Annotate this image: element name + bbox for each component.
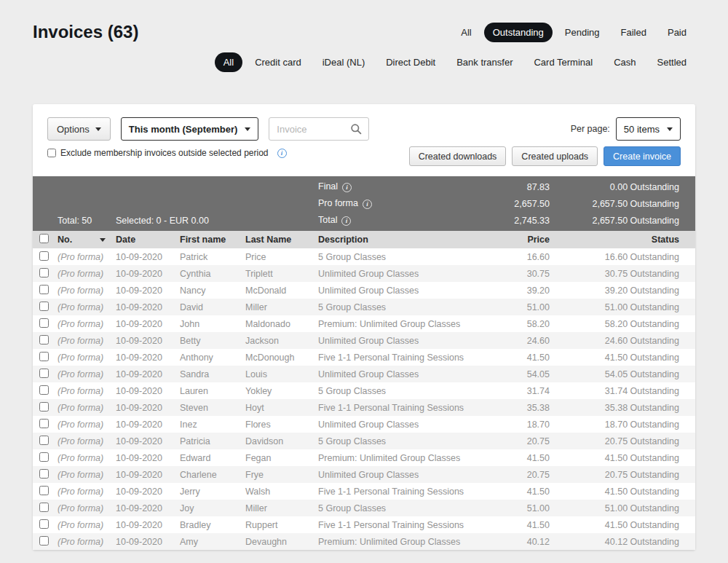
column-header-status[interactable]: Status — [550, 235, 695, 245]
row-checkbox[interactable] — [39, 318, 49, 328]
invoice-status: 41.50 Outstanding — [550, 453, 695, 463]
filter-paid[interactable]: Paid — [659, 23, 695, 42]
row-checkbox[interactable] — [39, 503, 49, 512]
invoice-description: 5 Group Classes — [318, 302, 470, 312]
invoice-price: 20.75 — [470, 470, 550, 480]
filter-all[interactable]: All — [452, 23, 480, 42]
filter-bank-transfer[interactable]: Bank transfer — [448, 52, 521, 72]
table-row[interactable]: (Pro forma) 10-09-2020 Edward Fegan Prem… — [33, 449, 695, 466]
invoice-date: 10-09-2020 — [116, 369, 180, 379]
table-row[interactable]: (Pro forma) 10-09-2020 Bradley Ruppert F… — [33, 516, 695, 533]
table-row[interactable]: (Pro forma) 10-09-2020 Inez Flores Unlim… — [33, 416, 695, 433]
table-row[interactable]: (Pro forma) 10-09-2020 Joy Miller 5 Grou… — [33, 500, 695, 516]
info-icon[interactable] — [363, 200, 372, 209]
row-checkbox[interactable] — [39, 352, 49, 361]
row-checkbox[interactable] — [39, 436, 49, 445]
exclude-membership-checkbox[interactable] — [47, 149, 56, 157]
invoice-status: 20.75 Outstanding — [550, 470, 695, 480]
invoice-status: 18.70 Outstanding — [550, 420, 695, 430]
filter-credit-card[interactable]: Credit card — [246, 52, 310, 72]
table-body: (Pro forma) 10-09-2020 Patrick Price 5 G… — [33, 248, 695, 550]
filter-card-terminal[interactable]: Card Terminal — [525, 52, 601, 72]
search-icon[interactable] — [350, 123, 363, 135]
invoice-last-name: Miller — [245, 503, 318, 513]
filter-direct-debit[interactable]: Direct Debit — [377, 52, 444, 72]
exclude-membership-checkbox-row[interactable]: Exclude membership invoices outside sele… — [47, 148, 287, 158]
column-header-no[interactable]: No. — [58, 235, 116, 245]
filter-settled[interactable]: Settled — [649, 52, 695, 72]
table-row[interactable]: (Pro forma) 10-09-2020 Patricia Davidson… — [33, 433, 695, 449]
row-checkbox[interactable] — [39, 519, 49, 529]
column-header-date[interactable]: Date — [116, 235, 180, 245]
row-checkbox[interactable] — [39, 251, 49, 261]
row-checkbox[interactable] — [39, 402, 49, 412]
create-invoice-label: Create invoice — [613, 151, 671, 162]
invoice-description: Unlimited Group Classes — [318, 336, 470, 346]
table-row[interactable]: (Pro forma) 10-09-2020 Jerry Walsh Five … — [33, 483, 695, 500]
table-row[interactable]: (Pro forma) 10-09-2020 Patrick Price 5 G… — [33, 248, 695, 265]
create-invoice-button[interactable]: Create invoice — [604, 146, 681, 166]
filter-cash[interactable]: Cash — [605, 52, 644, 72]
row-checkbox[interactable] — [39, 469, 49, 479]
invoice-first-name: Nancy — [180, 286, 245, 296]
info-icon[interactable] — [277, 149, 287, 158]
row-checkbox[interactable] — [39, 486, 49, 495]
filter-ideal-nl-[interactable]: iDeal (NL) — [314, 52, 374, 72]
row-checkbox[interactable] — [39, 369, 49, 378]
row-checkbox[interactable] — [39, 385, 49, 395]
filter-pending[interactable]: Pending — [556, 23, 609, 42]
invoice-number: (Pro forma) — [58, 436, 116, 446]
column-header-description[interactable]: Description — [318, 235, 470, 245]
invoice-number: (Pro forma) — [58, 286, 116, 296]
table-row[interactable]: (Pro forma) 10-09-2020 Cynthia Triplett … — [33, 265, 695, 282]
column-header-price[interactable]: Price — [470, 235, 550, 245]
invoice-description: Unlimited Group Classes — [318, 420, 470, 430]
table-row[interactable]: (Pro forma) 10-09-2020 Steven Hoyt Five … — [33, 399, 695, 416]
created-uploads-button[interactable]: Created uploads — [512, 146, 598, 166]
row-checkbox[interactable] — [39, 268, 49, 277]
invoice-last-name: Jackson — [245, 336, 318, 346]
column-header-first-name[interactable]: First name — [180, 235, 245, 245]
invoice-first-name: Anthony — [180, 353, 245, 363]
invoice-search-input[interactable] — [277, 124, 350, 135]
invoice-price: 51.00 — [470, 302, 550, 312]
created-downloads-button[interactable]: Created downloads — [409, 146, 507, 166]
info-icon[interactable] — [342, 183, 352, 192]
invoice-number: (Pro forma) — [58, 386, 116, 396]
column-header-last-name[interactable]: Last Name — [245, 235, 318, 245]
invoice-first-name: Sandra — [180, 369, 245, 379]
summary-total-outstanding: 2,657.50 Outstanding — [550, 216, 695, 226]
invoice-price: 54.05 — [470, 369, 550, 379]
per-page-select[interactable]: 50 items — [616, 117, 681, 141]
table-row[interactable]: (Pro forma) 10-09-2020 Lauren Yokley 5 G… — [33, 382, 695, 399]
invoice-description: Five 1-1 Personal Training Sessions — [318, 403, 470, 413]
filter-all[interactable]: All — [215, 52, 242, 72]
row-checkbox[interactable] — [39, 419, 49, 428]
table-row[interactable]: (Pro forma) 10-09-2020 David Miller 5 Gr… — [33, 299, 695, 315]
filter-failed[interactable]: Failed — [612, 23, 655, 42]
period-select[interactable]: This month (September) — [121, 117, 259, 141]
table-row[interactable]: (Pro forma) 10-09-2020 Betty Jackson Unl… — [33, 332, 695, 349]
table-row[interactable]: (Pro forma) 10-09-2020 Nancy McDonald Un… — [33, 282, 695, 299]
row-checkbox[interactable] — [39, 335, 49, 345]
period-select-value: This month (September) — [129, 124, 238, 135]
row-checkbox[interactable] — [39, 285, 49, 294]
invoice-search — [269, 117, 369, 141]
invoice-last-name: Hoyt — [245, 403, 318, 413]
table-row[interactable]: (Pro forma) 10-09-2020 Sandra Louis Unli… — [33, 366, 695, 382]
select-all-checkbox[interactable] — [39, 234, 49, 243]
row-checkbox[interactable] — [39, 302, 49, 311]
table-row[interactable]: (Pro forma) 10-09-2020 John Maldonado Pr… — [33, 315, 695, 332]
filter-outstanding[interactable]: Outstanding — [484, 23, 553, 42]
invoice-status: 51.00 Outstanding — [550, 503, 695, 513]
info-icon[interactable] — [341, 216, 351, 226]
table-row[interactable]: (Pro forma) 10-09-2020 Anthony McDonough… — [33, 349, 695, 366]
row-checkbox[interactable] — [39, 536, 49, 546]
options-button[interactable]: Options — [47, 117, 111, 141]
invoice-description: Five 1-1 Personal Training Sessions — [318, 353, 470, 363]
table-row[interactable]: (Pro forma) 10-09-2020 Amy Devaughn Prem… — [33, 533, 695, 550]
row-checkbox[interactable] — [39, 452, 49, 462]
invoice-last-name: Ruppert — [245, 520, 318, 530]
invoice-number: (Pro forma) — [58, 470, 116, 480]
table-row[interactable]: (Pro forma) 10-09-2020 Charlene Frye Unl… — [33, 466, 695, 483]
